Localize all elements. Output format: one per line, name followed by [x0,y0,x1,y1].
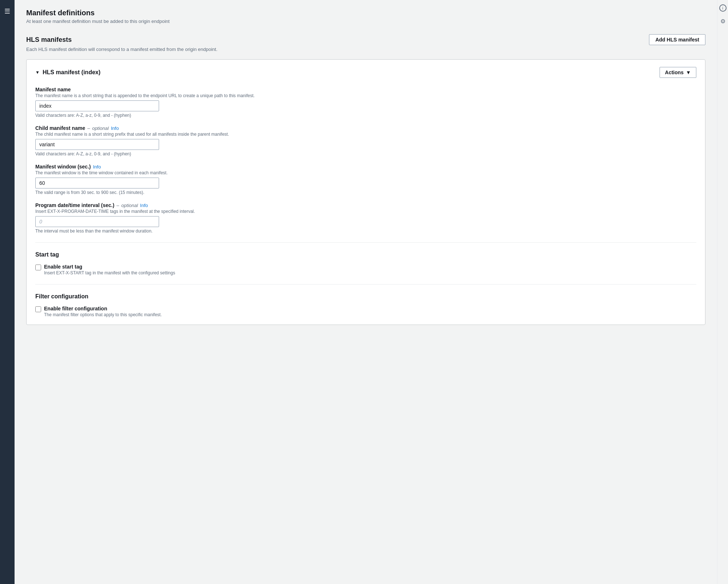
divider-start-tag [35,242,696,243]
program-datetime-input[interactable] [35,216,159,227]
enable-filter-config-label: Enable filter configuration [44,306,162,311]
program-datetime-dash: – [116,203,119,208]
enable-start-tag-description: Insert EXT-X-START tag in the manifest w… [44,270,175,275]
start-tag-title: Start tag [35,251,696,258]
child-manifest-optional-text: optional [92,126,109,131]
child-manifest-name-input[interactable] [35,139,159,150]
main-content: Manifest definitions At least one manife… [15,0,717,584]
hls-section-description: Each HLS manifest definition will corres… [26,47,705,52]
hls-section-title: HLS manifests [26,36,72,44]
filter-config-title: Filter configuration [35,293,696,300]
program-datetime-hint: The interval must be less than the manif… [35,229,696,234]
manifest-name-group: Manifest name The manifest name is a sho… [35,87,696,118]
manifest-window-info-link[interactable]: Info [93,164,101,170]
program-datetime-group: Program date/time interval (sec.) – opti… [35,202,696,234]
enable-filter-config-checkbox[interactable] [35,306,41,312]
manifest-name-input[interactable] [35,100,159,111]
child-manifest-name-label: Child manifest name – optional Info [35,125,696,131]
manifest-name-hint: Valid characters are: A-Z, a-z, 0-9, and… [35,113,696,118]
manifest-window-description: The manifest window is the time window c… [35,170,696,175]
child-manifest-description: The child manifest name is a short strin… [35,132,696,137]
page-title: Manifest definitions [26,9,705,17]
hls-section-header: HLS manifests Add HLS manifest [26,34,705,45]
child-manifest-info-link[interactable]: Info [111,126,119,131]
manifest-card: ▼ HLS manifest (index) Actions ▼ Manifes… [26,59,705,325]
collapse-arrow-icon[interactable]: ▼ [35,70,40,75]
actions-button[interactable]: Actions ▼ [660,67,696,78]
enable-start-tag-group: Enable start tag Insert EXT-X-START tag … [35,264,696,275]
manifest-name-label: Manifest name [35,87,696,92]
manifest-window-group: Manifest window (sec.) Info The manifest… [35,164,696,195]
enable-filter-config-label-container: Enable filter configuration The manifest… [44,306,162,317]
manifest-window-label: Manifest window (sec.) Info [35,164,696,170]
child-manifest-name-group: Child manifest name – optional Info The … [35,125,696,156]
filter-config-section: Filter configuration Enable filter confi… [35,293,696,317]
manifest-window-input[interactable] [35,178,159,188]
manifest-card-title-text: HLS manifest (index) [43,69,100,76]
program-datetime-label: Program date/time interval (sec.) – opti… [35,202,696,208]
program-datetime-optional-text: optional [121,203,138,208]
enable-filter-config-description: The manifest filter options that apply t… [44,312,162,317]
menu-icon[interactable]: ☰ [1,4,13,18]
settings-panel-icon[interactable]: ⚙ [719,17,727,25]
program-datetime-description: Insert EXT-X-PROGRAM-DATE-TIME tags in t… [35,209,696,214]
child-manifest-hint: Valid characters are: A-Z, a-z, 0-9, and… [35,151,696,156]
right-panel: i ⚙ [717,0,728,584]
divider-filter-config [35,284,696,285]
enable-start-tag-label-container: Enable start tag Insert EXT-X-START tag … [44,264,175,275]
enable-start-tag-checkbox[interactable] [35,265,41,270]
manifest-window-hint: The valid range is from 30 sec. to 900 s… [35,190,696,195]
enable-filter-config-group: Enable filter configuration The manifest… [35,306,696,317]
enable-start-tag-label: Enable start tag [44,264,175,270]
manifest-card-title: ▼ HLS manifest (index) [35,69,100,76]
program-datetime-info-link[interactable]: Info [140,203,148,208]
start-tag-section: Start tag Enable start tag Insert EXT-X-… [35,251,696,275]
child-manifest-optional-label: – [87,126,90,131]
actions-button-label: Actions [665,69,684,75]
info-panel-icon[interactable]: i [719,4,727,12]
page-subtitle: At least one manifest definition must be… [26,19,705,24]
actions-button-arrow-icon: ▼ [686,69,691,75]
sidebar: ☰ [0,0,15,584]
add-hls-manifest-button[interactable]: Add HLS manifest [649,34,705,45]
manifest-name-description: The manifest name is a short string that… [35,93,696,98]
manifest-card-header: ▼ HLS manifest (index) Actions ▼ [35,67,696,78]
